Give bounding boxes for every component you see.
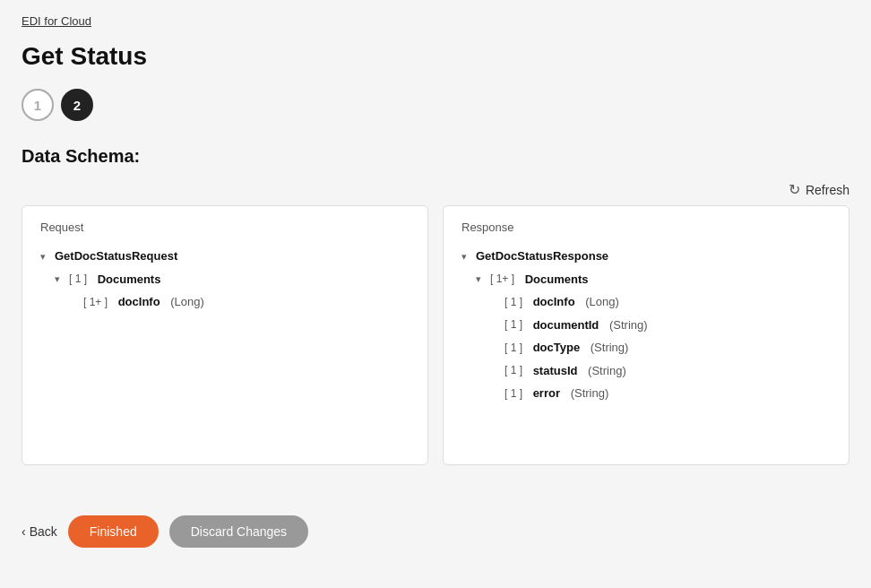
discard-button[interactable]: Discard Changes xyxy=(169,515,308,548)
request-tree: ▾ GetDocStatusRequest ▾ [ 1 ] Documents … xyxy=(40,245,410,314)
back-arrow-icon: ‹ xyxy=(22,524,26,539)
tree-item: ▾ [ 1 ] docType (String) xyxy=(490,336,831,359)
field-bracket: [ 1+ ] xyxy=(490,271,514,287)
steps-row: 1 2 xyxy=(22,89,849,121)
field-type: (String) xyxy=(591,339,629,357)
field-bracket: [ 1+ ] xyxy=(83,294,108,310)
finished-button[interactable]: Finished xyxy=(68,515,159,548)
tree-item: ▾ GetDocStatusRequest xyxy=(40,245,410,268)
refresh-icon: ↻ xyxy=(789,181,800,198)
response-panel-label: Response xyxy=(461,220,831,234)
breadcrumb: EDI for Cloud xyxy=(22,14,849,28)
field-name: error xyxy=(533,385,560,402)
field-bracket: [ 1 ] xyxy=(504,294,522,310)
tree-item: ▾ [ 1 ] error (String) xyxy=(490,382,831,405)
chevron-icon[interactable]: ▾ xyxy=(476,272,487,287)
request-panel: Request ▾ GetDocStatusRequest ▾ [ 1 ] Do… xyxy=(22,205,428,465)
response-panel: Response ▾ GetDocStatusResponse ▾ [ 1+ ]… xyxy=(443,205,849,465)
chevron-icon[interactable]: ▾ xyxy=(55,272,65,287)
step-1: 1 xyxy=(22,89,54,121)
field-type: (String) xyxy=(588,362,626,380)
back-label: Back xyxy=(30,524,57,539)
tree-item: [ 1+ ] docInfo (Long) xyxy=(69,290,410,314)
field-name: docType xyxy=(533,339,581,357)
field-type: (String) xyxy=(609,316,648,334)
response-tree: ▾ GetDocStatusResponse ▾ [ 1+ ] Document… xyxy=(461,245,831,405)
field-name: statusId xyxy=(533,362,578,380)
field-name: Documents xyxy=(98,271,161,289)
refresh-row: ↻ Refresh xyxy=(22,181,849,198)
field-name: documentId xyxy=(533,316,599,334)
field-bracket: [ 1 ] xyxy=(504,340,522,356)
field-bracket: [ 1 ] xyxy=(504,316,522,333)
tree-item: ▾ [ 1+ ] Documents xyxy=(476,268,831,291)
field-name: GetDocStatusRequest xyxy=(55,247,177,265)
field-name: Documents xyxy=(525,271,589,289)
field-bracket: [ 1 ] xyxy=(504,362,522,378)
field-name: docInfo xyxy=(118,293,160,311)
footer: ‹ Back Finished Discard Changes xyxy=(22,501,849,548)
page-title: Get Status xyxy=(22,42,849,71)
back-button[interactable]: ‹ Back xyxy=(22,524,57,539)
schema-label: Data Schema: xyxy=(22,146,849,167)
step-2: 2 xyxy=(61,89,93,121)
field-type: (Long) xyxy=(170,293,204,311)
tree-item: ▾ [ 1 ] documentId (String) xyxy=(490,314,831,337)
field-name: GetDocStatusResponse xyxy=(476,247,608,265)
tree-item: ▾ [ 1 ] statusId (String) xyxy=(490,359,831,383)
tree-item: ▾ [ 1 ] docInfo (Long) xyxy=(490,290,831,314)
refresh-label: Refresh xyxy=(806,183,849,197)
field-bracket: [ 1 ] xyxy=(504,385,522,402)
field-type: (Long) xyxy=(585,293,619,311)
request-panel-label: Request xyxy=(40,220,410,234)
chevron-icon[interactable]: ▾ xyxy=(40,249,51,264)
tree-item: ▾ [ 1 ] Documents xyxy=(55,268,410,291)
tree-item: ▾ GetDocStatusResponse xyxy=(461,245,831,268)
schema-panels: Request ▾ GetDocStatusRequest ▾ [ 1 ] Do… xyxy=(22,205,849,465)
field-name: docInfo xyxy=(533,293,575,311)
refresh-button[interactable]: ↻ Refresh xyxy=(789,181,849,198)
breadcrumb-link[interactable]: EDI for Cloud xyxy=(22,14,91,28)
field-type: (String) xyxy=(571,385,609,402)
field-bracket: [ 1 ] xyxy=(69,271,87,287)
page: EDI for Cloud Get Status 1 2 Data Schema… xyxy=(0,0,871,588)
chevron-icon[interactable]: ▾ xyxy=(461,249,472,264)
